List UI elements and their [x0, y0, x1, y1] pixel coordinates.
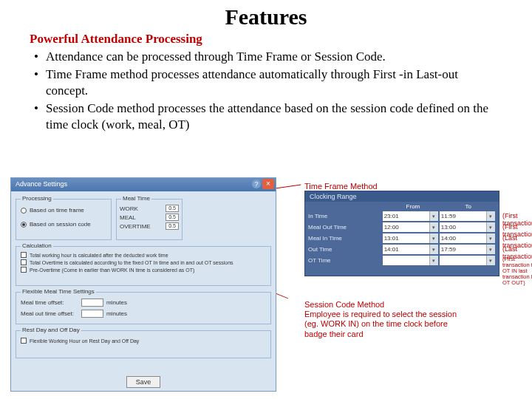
from-input[interactable]: [383, 256, 438, 265]
checkbox[interactable]: [21, 252, 27, 258]
to-input[interactable]: 14:00: [440, 233, 495, 243]
close-icon[interactable]: ×: [262, 179, 274, 189]
to-input[interactable]: [440, 256, 495, 265]
row-label: Meal Out Time: [308, 224, 382, 231]
meal-out-offset-input[interactable]: [81, 310, 103, 318]
checkbox[interactable]: [21, 259, 27, 265]
section-subtitle: Powerful Attendance Processing: [30, 31, 502, 47]
bullet-item: Attendance can be processed through Time…: [30, 49, 502, 65]
bullet-list: Attendance can be processed through Time…: [30, 49, 502, 133]
dialog-titlebar: Advance Settings ? ×: [11, 178, 276, 191]
from-input[interactable]: 14:01: [383, 245, 438, 254]
from-input[interactable]: 13:01: [383, 233, 438, 243]
group-label: Rest Day and Off Day: [21, 327, 81, 333]
to-input[interactable]: 13:00: [440, 222, 495, 232]
from-input[interactable]: 23:01: [383, 211, 438, 221]
chk-label: Total working hour is calculated after t…: [30, 253, 168, 258]
help-icon[interactable]: ?: [252, 180, 261, 188]
group-label: Calculation: [21, 242, 53, 249]
meal-label: OVERTIME: [120, 223, 163, 230]
processing-group: Processing Based on time frame Based on …: [16, 199, 112, 240]
group-label: Processing: [21, 195, 53, 202]
bullet-item: Session Code method processes the attend…: [30, 100, 502, 133]
meal-input[interactable]: 0.5: [166, 214, 179, 221]
meal-label: WORK: [120, 205, 163, 212]
bullet-item: Time Frame method processes attendance a…: [30, 66, 502, 99]
radio-label: Based on time frame: [30, 207, 84, 214]
to-input[interactable]: 11:59: [440, 211, 495, 221]
page-title: Features: [0, 0, 532, 31]
flex-label: Meal time offset:: [21, 299, 78, 306]
save-button[interactable]: Save: [126, 376, 160, 388]
flex-meal-group: Flexible Meal Time Settings Meal time of…: [16, 292, 271, 324]
panel-header: From To: [305, 202, 499, 211]
work-input[interactable]: 0.5: [166, 205, 179, 212]
panel-title: Clocking Range: [305, 191, 499, 202]
flex-label: Meal out time offset:: [21, 310, 78, 317]
unit-label: minutes: [106, 299, 127, 306]
row-label: OT Time: [308, 257, 382, 264]
row-label: In Time: [308, 213, 382, 219]
chk-label: Flexible Working Hour on Rest Day and Of…: [30, 338, 139, 344]
dialog-title-text: Advance Settings: [16, 180, 67, 188]
meal-offset-input[interactable]: [81, 299, 103, 307]
from-input[interactable]: 12:00: [383, 222, 438, 232]
sessioncode-method-label: Session Code Method Employee is required…: [304, 300, 467, 339]
clocking-range-panel: Clocking Range From To In Time23:0111:59…: [304, 191, 499, 276]
calculation-group: Calculation Total working hour is calcul…: [16, 246, 271, 286]
overtime-input[interactable]: 0.5: [166, 222, 179, 230]
col-to: To: [440, 203, 496, 210]
row-label: Out Time: [308, 246, 382, 253]
group-label: Meal Time: [121, 195, 151, 202]
radio-label: Based on session code: [30, 221, 91, 228]
timeframe-method-label: Time Frame Method: [304, 182, 378, 191]
meal-label: MEAL: [120, 214, 163, 221]
radio-sessioncode[interactable]: [21, 222, 27, 228]
unit-label: minutes: [106, 310, 127, 317]
row-label: Meal In Time: [308, 235, 382, 242]
group-label: Flexible Meal Time Settings: [21, 288, 96, 295]
to-input[interactable]: 17:59: [440, 245, 495, 254]
advance-settings-dialog: Advance Settings ? × Processing Based on…: [10, 177, 276, 392]
col-from: From: [386, 203, 441, 210]
chk-label: Pre-Overtime (Come in earlier than WORK …: [30, 267, 194, 273]
radio-timeframe[interactable]: [21, 208, 27, 214]
chk-label: Total Overtime is calculated according t…: [30, 260, 233, 265]
checkbox[interactable]: [21, 267, 27, 273]
annotation-ot-trans: (First transaction for OT IN last transa…: [502, 256, 532, 285]
checkbox[interactable]: [21, 338, 27, 344]
restday-group: Rest Day and Off Day Flexible Working Ho…: [16, 330, 271, 358]
mealtime-group: Meal Time WORK0.5 MEAL0.5 OVERTIME0.5: [116, 199, 183, 240]
